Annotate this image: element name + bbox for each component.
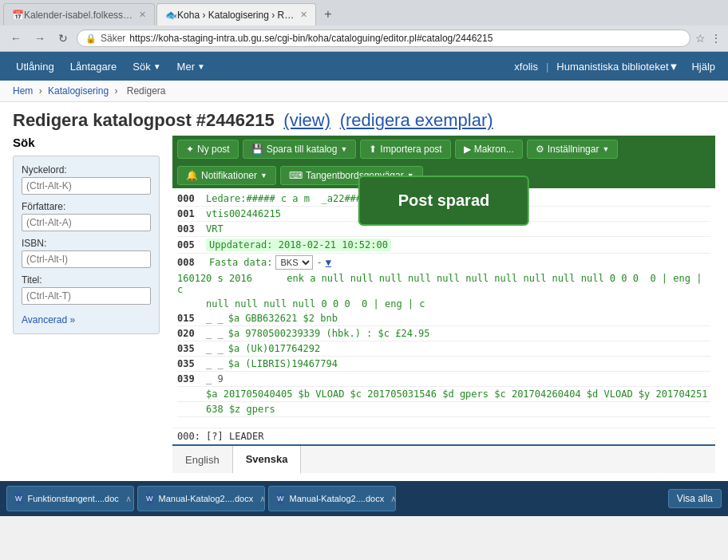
library-dropdown-arrow: ▼: [669, 61, 679, 73]
nav-help[interactable]: Hjälp: [686, 52, 720, 81]
addr-right-buttons: ☆ ⋮: [695, 32, 722, 45]
marc-value-sub1: $a 201705040405 $b VLOAD $c 201705031546…: [206, 388, 708, 400]
post-saved-overlay: Post sparad: [358, 175, 529, 226]
marc-row-sub1: $a 201705040405 $b VLOAD $c 201705031546…: [177, 387, 710, 402]
toolbar: ✦ Ny post 💾 Spara till katalog ▼ ⬆ Impor…: [172, 136, 715, 163]
nav-lantagare[interactable]: Låntagare: [62, 52, 125, 81]
import-icon: ⬆: [369, 144, 377, 155]
new-post-button[interactable]: ✦ Ny post: [177, 140, 239, 159]
marc-tag-035b: 035: [177, 358, 201, 369]
marc-tag-000: 000: [177, 193, 201, 204]
advanced-link[interactable]: Avancerad »: [22, 314, 75, 325]
isbn-input[interactable]: [22, 250, 151, 268]
breadcrumb-current: Redigera: [127, 85, 166, 97]
isbn-group: ISBN:: [22, 238, 151, 268]
secure-icon: 🔒: [85, 34, 97, 44]
new-post-icon: ✦: [186, 144, 194, 155]
keyword-input[interactable]: [22, 177, 151, 195]
taskbar-item-3-label: Manual-Katalog2....docx: [290, 494, 385, 503]
marc-ind-020: _ _: [206, 328, 224, 339]
new-tab-button[interactable]: +: [318, 3, 338, 26]
marc-008-nulls: null null null null 0 0 0 0 | eng | c: [206, 298, 425, 310]
marc-row-035b: 035 _ _ $a (LIBRIS)19467794: [177, 357, 710, 372]
import-post-button[interactable]: ⬆ Importera post: [360, 140, 450, 159]
mer-dropdown-arrow: ▼: [197, 62, 205, 71]
marc-008-select[interactable]: BKS: [275, 255, 313, 270]
settings-gear-icon: ⚙: [536, 144, 544, 155]
browser-chrome: 📅 Kalender-isabel.folkess… ✕ 🐟 Koha › Ka…: [0, 0, 728, 52]
tab-2-close[interactable]: ✕: [300, 10, 307, 20]
address-bar: ← → ↻ 🔒 Säker https://koha-staging-intra…: [0, 26, 728, 51]
nav-user[interactable]: xfolis: [509, 52, 543, 81]
show-all-button[interactable]: Visa alla: [668, 489, 722, 508]
keyboard-icon: ⌨: [289, 170, 303, 181]
notifications-label: Notifikationer: [201, 170, 257, 181]
marc-row-sub2: 638 $z gpers: [177, 402, 710, 417]
taskbar-item-3[interactable]: W Manual-Katalog2....docx ∧: [268, 486, 396, 511]
taskbar-item-2[interactable]: W Manual-Katalog2....docx ∧: [137, 486, 265, 511]
save-icon: 💾: [251, 144, 263, 155]
marc-ind-015: _ _: [206, 313, 224, 324]
nav-utlaning[interactable]: Utlåning: [8, 52, 62, 81]
save-catalog-button[interactable]: 💾 Spara till katalog ▼: [243, 140, 357, 159]
marc-value-005: Uppdaterad: 2018-02-21 10:52:00: [206, 239, 391, 251]
nav-mer[interactable]: Mer ▼: [169, 52, 213, 81]
save-dropdown-arrow: ▼: [340, 145, 347, 153]
breadcrumb-catalog[interactable]: Katalogisering: [48, 85, 109, 97]
taskbar-item-2-close[interactable]: ∧: [259, 494, 265, 504]
tab-svenska-label: Svenska: [246, 453, 288, 465]
marc-row-008: 008 Fasta data: BKS - ▼ 160120 s 2016 en…: [177, 254, 710, 297]
bookmark-button[interactable]: ☆: [695, 32, 706, 45]
address-box[interactable]: 🔒 Säker https://koha-staging-intra.ub.gu…: [77, 30, 690, 47]
view-link[interactable]: (view): [283, 110, 330, 130]
title-input[interactable]: [22, 287, 151, 305]
search-section: Nyckelord: Författare: ISBN: Titel: Avan…: [13, 156, 160, 334]
marc-row-039: 039 _ 9: [177, 372, 710, 387]
tab-svenska[interactable]: Svenska: [233, 446, 302, 475]
taskbar-item-1-close[interactable]: ∧: [125, 494, 132, 504]
title-label: Titel:: [22, 274, 151, 286]
notifications-button[interactable]: 🔔 Notifikationer ▼: [177, 166, 276, 185]
macron-button[interactable]: ▶ Makron...: [455, 140, 523, 159]
settings-button[interactable]: ⚙ Inställningar ▼: [527, 140, 619, 159]
edit-items-link[interactable]: (redigera exemplar): [340, 110, 493, 130]
tab-1-icon: 📅: [12, 10, 24, 21]
url-text: https://koha-staging-intra.ub.gu.se/cgi-…: [129, 33, 682, 44]
marc-008-dates: 160120 s 2016 enk a null null null null …: [177, 273, 710, 295]
tab-2[interactable]: 🐟 Koha › Katalogisering › R… ✕: [156, 3, 316, 26]
marc-008-label: Fasta data:: [209, 257, 272, 268]
taskbar-item-2-icon: W: [146, 493, 153, 504]
isbn-label: ISBN:: [22, 238, 151, 249]
tab-2-icon: 🐟: [165, 10, 177, 21]
nav-library[interactable]: Humanistiska biblioteket ▼: [552, 52, 683, 81]
marc-value-sub2: 638 $z gpers: [206, 404, 275, 415]
breadcrumb-home[interactable]: Hem: [13, 85, 33, 97]
page-title: Redigera katalogpost #2446215: [13, 110, 275, 130]
taskbar-item-1[interactable]: W Funktionstangent....doc ∧: [6, 486, 134, 511]
tab-english[interactable]: English: [172, 446, 233, 473]
marc-ind-039: _ 9: [206, 373, 224, 385]
taskbar-item-3-close[interactable]: ∧: [390, 494, 396, 504]
menu-button[interactable]: ⋮: [710, 32, 722, 45]
forward-button[interactable]: →: [30, 30, 49, 46]
sok-dropdown-arrow: ▼: [153, 62, 161, 71]
new-post-label: Ny post: [197, 144, 230, 155]
nav-sok[interactable]: Sök ▼: [125, 52, 168, 81]
marc-ind-035a: _ _: [206, 343, 224, 354]
taskbar-item-2-label: Manual-Katalog2....docx: [159, 494, 254, 503]
tab-bar: 📅 Kalender-isabel.folkess… ✕ 🐟 Koha › Ka…: [0, 0, 728, 26]
marc-row-015: 015 _ _ $a GBB632621 $2 bnb: [177, 311, 710, 326]
keyword-label: Nyckelord:: [22, 164, 151, 175]
keyword-group: Nyckelord:: [22, 164, 151, 195]
tab-1[interactable]: 📅 Kalender-isabel.folkess… ✕: [3, 3, 155, 26]
breadcrumb-sep2: ›: [114, 85, 120, 97]
author-label: Författare:: [22, 201, 151, 212]
marc-000-label: 000: [?] LEADER: [172, 428, 715, 444]
author-input[interactable]: [22, 214, 151, 231]
marc-008-link[interactable]: ▼: [326, 257, 331, 268]
tab-1-close[interactable]: ✕: [139, 10, 146, 20]
bottom-tabs: English Svenska: [172, 444, 715, 473]
back-button[interactable]: ←: [6, 30, 26, 46]
reload-button[interactable]: ↻: [54, 30, 72, 46]
marc-value-035a: $a (Uk)017764292: [228, 343, 321, 354]
